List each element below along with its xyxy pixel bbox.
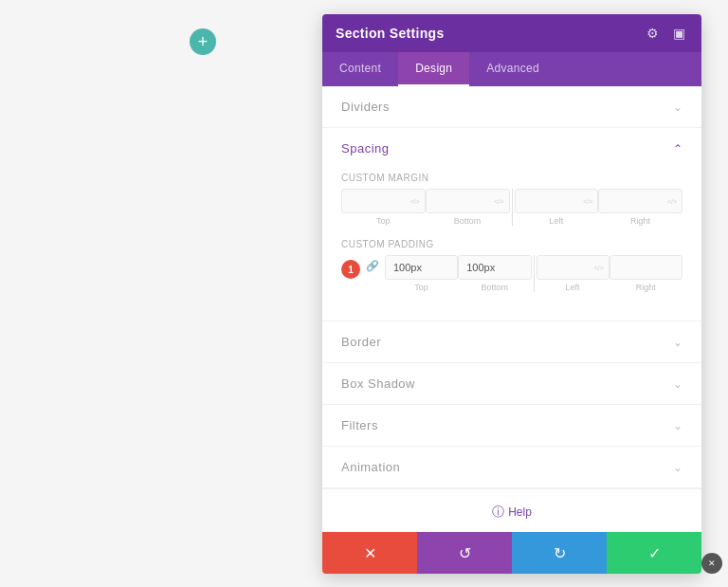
custom-padding-label: Custom Padding <box>341 239 682 249</box>
canvas: + Section Settings ⚙ ▣ Content Design Ad… <box>0 0 728 587</box>
custom-margin-label: Custom Margin <box>341 173 682 183</box>
corner-decoration: ✕ <box>701 553 722 574</box>
filters-section: Filters ⌄ <box>322 405 701 447</box>
add-icon: + <box>198 33 209 50</box>
cancel-icon: ✕ <box>364 544 376 562</box>
animation-header[interactable]: Animation ⌄ <box>322 447 701 487</box>
border-chevron-icon: ⌄ <box>673 336 682 349</box>
redo-button[interactable]: ↻ <box>512 532 607 574</box>
undo-icon: ↺ <box>459 544 471 562</box>
save-icon: ✓ <box>648 544 661 562</box>
padding-bottom-sublabel: Bottom <box>482 283 509 292</box>
animation-section: Animation ⌄ <box>322 447 701 488</box>
margin-left-code-icon: </> <box>583 198 592 205</box>
box-shadow-header[interactable]: Box Shadow ⌄ <box>322 363 701 404</box>
margin-right-sublabel: Right <box>630 216 650 226</box>
spacing-section: Spacing ⌃ Custom Margin </> <box>322 128 701 321</box>
margin-top-field: </> Top <box>341 189 426 226</box>
padding-left-sublabel: Left <box>566 283 580 292</box>
margin-top-sublabel: Top <box>376 216 391 226</box>
margin-top-code-icon: </> <box>410 198 420 205</box>
panel-header-icons: ⚙ ▣ <box>643 24 688 43</box>
padding-inputs: Top Bottom <box>385 255 682 292</box>
tab-advanced[interactable]: Advanced <box>469 52 556 86</box>
padding-bottom-field: Bottom <box>458 255 531 292</box>
panel-toolbar: ✕ ↺ ↻ ✓ <box>322 532 701 574</box>
padding-right-input[interactable] <box>610 255 682 280</box>
margin-bottom-code-icon: </> <box>494 198 503 205</box>
dividers-section: Dividers ⌄ <box>322 86 701 128</box>
padding-right-field: Right <box>610 255 682 292</box>
tab-content[interactable]: Content <box>322 52 398 86</box>
tab-design[interactable]: Design <box>398 52 469 86</box>
redo-icon: ↻ <box>554 544 566 562</box>
cancel-button[interactable]: ✕ <box>322 532 417 574</box>
add-section-button[interactable]: + <box>190 28 216 55</box>
help-label: Help <box>508 505 532 519</box>
dividers-chevron-icon: ⌄ <box>673 101 682 114</box>
help-circle-icon: ⓘ <box>492 504 504 521</box>
save-button[interactable]: ✓ <box>607 532 701 574</box>
filters-label: Filters <box>341 418 378 432</box>
spacing-content: Custom Margin </> Top <box>322 169 701 321</box>
panel-content: Dividers ⌄ Spacing ⌃ Custom Margin <box>322 86 701 532</box>
margin-bottom-field: </> Bottom <box>426 189 510 226</box>
padding-top-input[interactable] <box>385 255 458 280</box>
padding-left-field: </> Left <box>537 255 610 292</box>
box-shadow-section: Box Shadow ⌄ <box>322 363 701 405</box>
padding-top-sublabel: Top <box>414 283 428 292</box>
corner-icon: ✕ <box>708 559 716 568</box>
custom-padding-group: Custom Padding 1 🔗 <box>341 239 682 292</box>
tabs: Content Design Advanced <box>322 52 701 86</box>
margin-right-code-icon: </> <box>667 198 677 205</box>
animation-chevron-icon: ⌄ <box>673 461 682 474</box>
padding-right-sublabel: Right <box>636 283 656 292</box>
dividers-label: Dividers <box>341 100 390 114</box>
padding-bottom-input[interactable] <box>458 255 531 280</box>
border-label: Border <box>341 335 381 349</box>
filters-header[interactable]: Filters ⌄ <box>322 405 701 446</box>
margin-input-row: </> Top </> Bottom <box>341 189 682 226</box>
box-shadow-label: Box Shadow <box>341 376 415 391</box>
undo-button[interactable]: ↺ <box>417 532 512 574</box>
animation-label: Animation <box>341 460 400 474</box>
padding-top-field: Top <box>385 255 458 292</box>
border-section: Border ⌄ <box>322 321 701 363</box>
spacing-header[interactable]: Spacing ⌃ <box>322 128 701 169</box>
panel-title: Section Settings <box>336 26 444 41</box>
spacing-label: Spacing <box>341 141 389 156</box>
custom-margin-group: Custom Margin </> Top <box>341 173 682 226</box>
settings-icon[interactable]: ⚙ <box>643 24 662 43</box>
padding-badge: 1 <box>341 260 360 279</box>
filters-chevron-icon: ⌄ <box>673 419 682 432</box>
dividers-header[interactable]: Dividers ⌄ <box>322 86 701 127</box>
margin-right-field: </> Right <box>598 189 682 226</box>
padding-row: 1 🔗 Top <box>341 255 682 292</box>
spacing-chevron-icon: ⌃ <box>673 142 682 156</box>
margin-left-sublabel: Left <box>549 216 563 226</box>
panel-header: Section Settings ⚙ ▣ <box>322 14 701 52</box>
margin-left-field: </> Left <box>515 189 599 226</box>
padding-link-icon[interactable]: 🔗 <box>366 260 379 272</box>
margin-bottom-sublabel: Bottom <box>454 216 482 226</box>
section-settings-panel: Section Settings ⚙ ▣ Content Design Adva… <box>322 14 701 574</box>
box-shadow-chevron-icon: ⌄ <box>673 377 682 391</box>
border-header[interactable]: Border ⌄ <box>322 321 701 362</box>
help-link[interactable]: ⓘ Help <box>492 504 532 521</box>
layout-icon[interactable]: ▣ <box>669 24 688 43</box>
padding-left-code-icon: </> <box>594 265 604 271</box>
help-section: ⓘ Help <box>322 488 701 532</box>
